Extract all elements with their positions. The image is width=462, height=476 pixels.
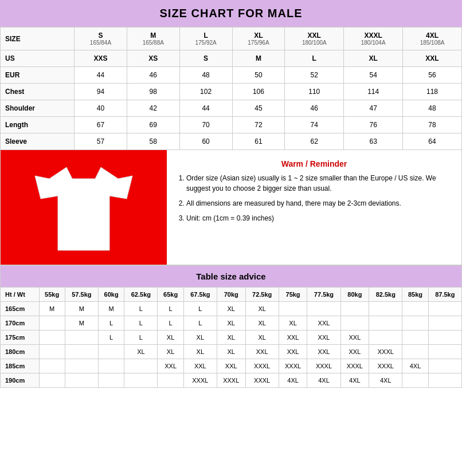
advice-cell-5-10: 4XL xyxy=(340,373,369,388)
advice-cell-3-12 xyxy=(402,345,428,359)
reminder-list: Order size (Asian size) usually is 1 ~ 2… xyxy=(176,173,452,223)
advice-cell-4-9: XXXL xyxy=(307,359,340,373)
advice-header-row: Ht / Wt55kg57.5kg60kg62.5kg65kg67.5kg70k… xyxy=(1,288,462,302)
size-cell-3-3: 45 xyxy=(232,100,285,117)
advice-cell-0-8 xyxy=(279,302,307,316)
advice-cell-0-9 xyxy=(307,302,340,316)
advice-cell-2-7: XL xyxy=(245,331,279,345)
size-cell-2-3: 106 xyxy=(232,84,285,100)
size-cell-0-4: L xyxy=(285,50,344,67)
advice-col-header-2: 57.5kg xyxy=(65,288,98,302)
advice-section-title: Table size advice xyxy=(1,266,462,288)
advice-row-label-2: 175cm xyxy=(1,331,40,345)
advice-cell-4-10: XXXL xyxy=(340,359,369,373)
size-col-header-0: SIZE xyxy=(1,27,75,50)
advice-cell-2-4: XL xyxy=(158,331,183,345)
size-cell-4-1: 69 xyxy=(127,117,179,133)
advice-row-0: 165cmMMMLLLXLXL xyxy=(1,302,462,316)
size-cell-5-2: 60 xyxy=(179,133,232,150)
size-chart-table: SIZES165/84AM165/88AL175/92AXL175/96AXXL… xyxy=(0,27,462,150)
advice-cell-3-7: XXL xyxy=(245,345,279,359)
size-cell-5-1: 58 xyxy=(127,133,179,150)
size-row-label-1: EUR xyxy=(1,67,75,84)
advice-cell-2-12 xyxy=(402,331,428,345)
advice-row-4: 185cmXXLXXLXXLXXXLXXXLXXXLXXXLXXXL4XL xyxy=(1,359,462,373)
advice-col-header-4: 62.5kg xyxy=(124,288,158,302)
advice-section-title-row: Table size advice xyxy=(1,266,462,288)
main-title: SIZE CHART FOR MALE xyxy=(0,0,462,27)
advice-cell-3-2 xyxy=(98,345,124,359)
advice-cell-1-7: XL xyxy=(245,316,279,331)
advice-cell-4-5: XXL xyxy=(183,359,217,373)
advice-cell-5-2 xyxy=(98,373,124,388)
size-col-header-2: M165/88A xyxy=(127,27,179,50)
advice-col-header-8: 72.5kg xyxy=(245,288,279,302)
reminder-item-2: Unit: cm (1cm = 0.39 inches) xyxy=(186,213,452,223)
advice-row-label-0: 165cm xyxy=(1,302,40,316)
advice-col-header-13: 85kg xyxy=(402,288,428,302)
advice-cell-0-0: M xyxy=(39,302,65,316)
advice-cell-0-2: M xyxy=(98,302,124,316)
size-cell-2-1: 98 xyxy=(127,84,179,100)
size-header-row: SIZES165/84AM165/88AL175/92AXL175/96AXXL… xyxy=(1,27,462,50)
size-cell-0-0: XXS xyxy=(75,50,127,67)
advice-cell-4-12: 4XL xyxy=(402,359,428,373)
advice-cell-5-5: XXXL xyxy=(183,373,217,388)
advice-cell-4-13 xyxy=(428,359,461,373)
size-cell-2-6: 118 xyxy=(403,84,462,100)
advice-cell-2-9: XXL xyxy=(307,331,340,345)
advice-row-label-3: 180cm xyxy=(1,345,40,359)
size-cell-5-0: 57 xyxy=(75,133,127,150)
advice-cell-5-0 xyxy=(39,373,65,388)
advice-cell-1-11 xyxy=(369,316,402,331)
advice-cell-0-7: XL xyxy=(245,302,279,316)
size-cell-0-2: S xyxy=(179,50,232,67)
advice-cell-0-13 xyxy=(428,302,461,316)
advice-col-header-12: 82.5kg xyxy=(369,288,402,302)
advice-cell-0-3: L xyxy=(124,302,158,316)
advice-cell-5-3 xyxy=(124,373,158,388)
advice-cell-5-4 xyxy=(158,373,183,388)
size-col-header-1: S165/84A xyxy=(75,27,127,50)
advice-cell-4-2 xyxy=(98,359,124,373)
size-cell-1-4: 52 xyxy=(285,67,344,84)
size-cell-4-4: 74 xyxy=(285,117,344,133)
size-cell-3-2: 44 xyxy=(179,100,232,117)
advice-cell-1-13 xyxy=(428,316,461,331)
size-cell-4-3: 72 xyxy=(232,117,285,133)
advice-cell-3-1 xyxy=(65,345,98,359)
size-row-label-3: Shoulder xyxy=(1,100,75,117)
advice-cell-0-11 xyxy=(369,302,402,316)
advice-cell-5-8: 4XL xyxy=(279,373,307,388)
advice-cell-1-12 xyxy=(402,316,428,331)
advice-col-header-5: 65kg xyxy=(158,288,183,302)
size-col-header-7: 4XL185/108A xyxy=(403,27,462,50)
advice-cell-0-4: L xyxy=(158,302,183,316)
advice-cell-4-1 xyxy=(65,359,98,373)
tshirt-svg xyxy=(32,162,135,253)
advice-cell-0-6: XL xyxy=(217,302,245,316)
size-cell-0-3: M xyxy=(232,50,285,67)
advice-cell-4-3 xyxy=(124,359,158,373)
size-cell-3-4: 46 xyxy=(285,100,344,117)
size-col-header-3: L175/92A xyxy=(179,27,232,50)
advice-row-label-5: 190cm xyxy=(1,373,40,388)
advice-cell-5-11: 4XL xyxy=(369,373,402,388)
advice-cell-1-10 xyxy=(340,316,369,331)
advice-cell-1-0 xyxy=(39,316,65,331)
advice-col-header-10: 77.5kg xyxy=(307,288,340,302)
advice-cell-4-8: XXXL xyxy=(279,359,307,373)
advice-cell-1-4: L xyxy=(158,316,183,331)
size-row-label-2: Chest xyxy=(1,84,75,100)
size-cell-1-2: 48 xyxy=(179,67,232,84)
size-cell-4-5: 76 xyxy=(344,117,403,133)
size-table-body: USXXSXSSMLXLXXLEUR44464850525456Chest949… xyxy=(1,50,462,150)
size-cell-1-3: 50 xyxy=(232,67,285,84)
advice-cell-5-9: 4XL xyxy=(307,373,340,388)
advice-cell-2-8: XXL xyxy=(279,331,307,345)
size-cell-2-2: 102 xyxy=(179,84,232,100)
advice-cell-4-11: XXXL xyxy=(369,359,402,373)
advice-row-5: 190cmXXXLXXXLXXXL4XL4XL4XL4XL xyxy=(1,373,462,388)
advice-cell-3-5: XL xyxy=(183,345,217,359)
advice-cell-3-4: XL xyxy=(158,345,183,359)
